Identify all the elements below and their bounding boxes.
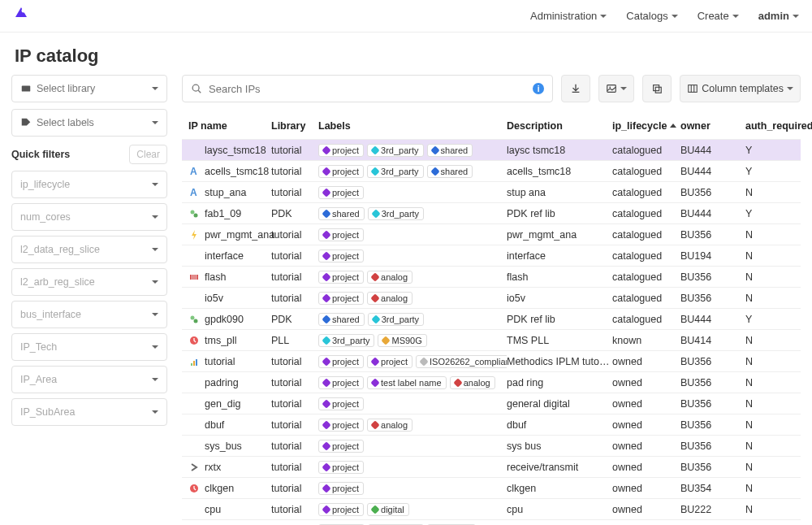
table-row[interactable]: gen_digtutorialprojectgeneral digitalown…	[182, 393, 801, 414]
quick-filter-IP_Area[interactable]: IP_Area	[11, 366, 167, 393]
ip-owner: BU356	[680, 187, 745, 198]
svg-point-14	[194, 213, 198, 217]
select-labels[interactable]: Select labels	[11, 109, 167, 137]
table-row[interactable]: cpututorialprojectdigitalcpuownedBU222N	[182, 499, 801, 520]
ip-name: interface	[205, 250, 244, 262]
user-menu[interactable]: admin	[758, 10, 799, 22]
ip-auth: Y	[745, 208, 794, 219]
column-templates-button[interactable]: Column templates	[680, 75, 801, 102]
ip-type-icon	[188, 462, 200, 473]
table-row[interactable]: pwr_mgmt_anatutorialprojectpwr_mgmt_anac…	[182, 224, 801, 245]
svg-rect-8	[689, 85, 698, 93]
svg-line-3	[198, 90, 201, 93]
ip-library: tutorial	[271, 483, 318, 494]
quick-filter-l2_data_reg_slice[interactable]: l2_data_reg_slice	[11, 236, 167, 263]
table-row[interactable]: fab1_09PDKshared3rd_partyPDK ref libcata…	[182, 203, 801, 224]
ip-lifecycle: owned	[612, 440, 680, 452]
search-input[interactable]	[209, 83, 526, 95]
ip-library: tutorial	[271, 462, 318, 473]
chevron-down-icon	[152, 378, 158, 381]
clear-filters-button[interactable]: Clear	[129, 145, 167, 164]
table-row[interactable]: flashtutorialprojectanalogflashcatalogue…	[182, 267, 801, 288]
table-row[interactable]: gpdk090PDKshared3rd_partyPDK ref libcata…	[182, 309, 801, 330]
chevron-down-icon	[732, 15, 739, 18]
table-row[interactable]: tutorialtutorialprojectprojectISO26262_c…	[182, 351, 801, 372]
table-row[interactable]: padringtutorialprojecttest label nameana…	[182, 372, 801, 393]
table-header: IP name Library Labels Description ip_li…	[182, 112, 801, 140]
save-layout-button[interactable]	[642, 75, 672, 102]
header-labels[interactable]: Labels	[318, 120, 507, 132]
quick-filter-IP_SubArea[interactable]: IP_SubArea	[11, 398, 167, 426]
header-name[interactable]: IP name	[188, 120, 271, 132]
chevron-down-icon	[152, 87, 158, 90]
table-row[interactable]: dbuftutorialprojectanalogdbufownedBU356N	[182, 414, 801, 436]
ip-type-icon	[188, 145, 200, 156]
svg-point-20	[191, 315, 195, 319]
quick-filter-ip_lifecycle[interactable]: ip_lifecycle	[11, 171, 167, 198]
svg-point-13	[191, 210, 195, 214]
chevron-down-icon	[793, 15, 799, 18]
chevron-down-icon	[152, 410, 158, 414]
table-row[interactable]: nor_flashMemshared3rd_partyMS90GNOR flas…	[182, 520, 801, 525]
ip-labels: projectanalog	[318, 292, 507, 305]
table-row[interactable]: clkgentutorialprojectclkgenownedBU354N	[182, 478, 801, 499]
label-chip: project	[318, 271, 364, 284]
label-chip: shared	[318, 207, 365, 220]
table-row[interactable]: laysc_tsmc18tutorialproject3rd_partyshar…	[182, 140, 801, 161]
header-auth[interactable]: auth_required	[745, 120, 794, 132]
ip-auth: N	[745, 187, 794, 198]
ip-name: rxtx	[205, 462, 221, 473]
label-chip: analog	[450, 376, 495, 389]
table-row[interactable]: rxtxtutorialprojectreceive/transmitowned…	[182, 457, 801, 478]
nav-create[interactable]: Create	[698, 10, 739, 22]
download-button[interactable]	[561, 75, 590, 102]
table-row[interactable]: interfacetutorialprojectinterfacecatalog…	[182, 245, 801, 267]
nav-catalogs[interactable]: Catalogs	[626, 10, 677, 22]
header-description[interactable]: Description	[507, 120, 612, 132]
ip-name: fab1_09	[205, 208, 241, 219]
label-chip: 3rd_party	[318, 334, 374, 347]
ip-owner: BU354	[680, 483, 745, 494]
header-owner[interactable]: owner	[680, 120, 745, 132]
ip-description: laysc tsmc18	[507, 145, 612, 156]
ip-name: tutorial	[205, 356, 235, 367]
table-row[interactable]: sys_bustutorialprojectsys busownedBU356N	[182, 436, 801, 457]
ip-library: tutorial	[271, 398, 318, 410]
table-row[interactable]: Aacells_tsmc18tutorialproject3rd_partysh…	[182, 161, 801, 182]
header-lifecycle[interactable]: ip_lifecycle	[612, 120, 680, 132]
info-icon[interactable]: i	[533, 83, 544, 94]
table-row[interactable]: tms_pllPLL3rd_partyMS90GTMS PLLknownBU41…	[182, 330, 801, 351]
ip-auth: N	[745, 440, 794, 452]
ip-name: pwr_mgmt_ana	[205, 229, 274, 241]
select-library[interactable]: Select library	[11, 75, 167, 102]
quick-filter-num_cores[interactable]: num_cores	[11, 203, 167, 231]
ip-lifecycle: known	[612, 335, 680, 346]
label-chip: shared	[427, 144, 473, 157]
ip-name: padring	[205, 377, 239, 388]
logo	[13, 6, 29, 26]
quick-filter-IP_Tech[interactable]: IP_Tech	[11, 333, 167, 361]
ip-type-icon	[188, 335, 200, 346]
ip-lifecycle: owned	[612, 419, 680, 431]
ip-labels: projectprojectISO26262_compliant+1	[318, 355, 507, 368]
label-chip: shared	[427, 165, 473, 178]
quick-filter-bus_interface[interactable]: bus_interface	[11, 301, 167, 328]
ip-auth: Y	[745, 166, 794, 177]
ip-labels: project3rd_partyshared	[318, 165, 507, 178]
table-row[interactable]: io5vtutorialprojectanalogio5vcataloguedB…	[182, 288, 801, 309]
quick-filter-l2_arb_reg_slice[interactable]: l2_arb_reg_slice	[11, 268, 167, 296]
ip-labels: project	[318, 482, 507, 495]
ip-labels: projectdigital	[318, 503, 507, 516]
copy-icon	[651, 83, 663, 94]
view-settings-button[interactable]	[598, 75, 634, 102]
label-chip: project	[318, 165, 364, 178]
ip-library: tutorial	[271, 356, 318, 367]
header-library[interactable]: Library	[271, 120, 318, 132]
ip-auth: N	[745, 462, 794, 473]
select-labels-label: Select labels	[37, 117, 94, 128]
nav-administration[interactable]: Administration	[530, 10, 607, 22]
ip-auth: Y	[745, 314, 794, 325]
chevron-down-icon	[152, 215, 158, 219]
ip-name: gen_dig	[205, 398, 241, 410]
table-row[interactable]: Astup_anatutorialprojectstup anacatalogu…	[182, 182, 801, 203]
